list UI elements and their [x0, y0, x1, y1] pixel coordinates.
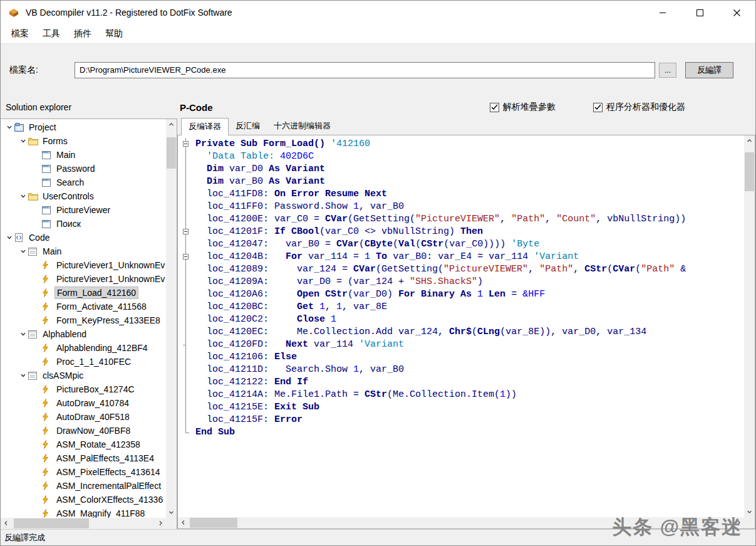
scrollbar-track[interactable] — [744, 146, 755, 507]
pcode-header: P-Code 解析堆疊參數 程序分析器和優化器 — [177, 102, 755, 113]
tree-item-поиск[interactable]: Поиск — [1, 217, 166, 231]
filename-input[interactable] — [75, 62, 655, 78]
code-line: loc_412106: Else — [178, 351, 744, 364]
scrollbar-thumb[interactable] — [190, 518, 237, 528]
checkbox-analyzer-optimizer[interactable]: 程序分析器和優化器 — [593, 102, 685, 113]
fold-minus-box[interactable] — [183, 229, 189, 234]
maximize-button[interactable] — [681, 1, 718, 24]
scroll-up-icon[interactable] — [166, 119, 177, 130]
tree-item-forms[interactable]: Forms — [1, 134, 166, 148]
tree-item-main[interactable]: Main — [1, 148, 166, 162]
scroll-left-icon[interactable] — [1, 518, 11, 528]
scroll-down-icon[interactable] — [166, 507, 177, 518]
expander-collapse-icon[interactable] — [4, 124, 14, 130]
tree-item-asm-pixeleffects-413614[interactable]: ASM_PixelEffects_413614 — [1, 465, 166, 479]
menu-tools[interactable]: 工具 — [36, 26, 67, 42]
code-line: loc_4120FD: Next var_114 'Variant — [178, 339, 744, 351]
code-line: 'Data Table: 402D6C — [178, 150, 744, 163]
code-line: loc_4120BC: Get 1, 1, var_8E — [178, 301, 744, 313]
scroll-right-icon[interactable] — [155, 518, 166, 528]
tree-item-usercontrols[interactable]: UserControls — [1, 189, 166, 203]
tree-item-form-load-412160[interactable]: Form_Load_412160 — [1, 286, 166, 300]
tab-hex-editor[interactable]: 十六进制编辑器 — [267, 118, 338, 135]
fold-collapse-icon[interactable] — [178, 251, 195, 263]
checkbox-parse-stack-params[interactable]: 解析堆疊參數 — [490, 102, 556, 113]
code-text: loc_41201F: If CBool(var_C0 <> vbNullStr… — [195, 226, 483, 238]
expander-collapse-icon[interactable] — [18, 193, 28, 199]
fold-gutter — [178, 376, 195, 389]
tree-item-alphablend[interactable]: Alphablend — [1, 327, 166, 341]
fold-minus-box[interactable] — [183, 141, 189, 147]
expander-collapse-icon[interactable] — [18, 138, 28, 144]
code-area[interactable]: Private Sub Form_Load() '412160 'Data Ta… — [178, 138, 744, 517]
fold-collapse-icon[interactable] — [178, 138, 195, 150]
checkbox-checked-icon — [593, 103, 603, 112]
scrollbar-thumb[interactable] — [14, 518, 89, 528]
scrollbar-thumb[interactable] — [167, 137, 176, 169]
code-line: loc_41201F: If CBool(var_C0 <> vbNullStr… — [178, 226, 744, 238]
menu-file[interactable]: 檔案 — [4, 26, 36, 42]
menu-help[interactable]: 幫助 — [98, 26, 130, 42]
tree-item-autodraw-40f518[interactable]: AutoDraw_40F518 — [1, 410, 166, 424]
scrollbar-track[interactable] — [11, 518, 155, 529]
tree-item-asm-incrementalpaleffect[interactable]: ASM_IncrementalPalEffect — [1, 479, 166, 493]
form-icon — [42, 220, 54, 228]
code-line: loc_41209A: var_D0 = (var_124 + "SHS.Sha… — [178, 276, 744, 288]
tree-vertical-scrollbar[interactable] — [166, 119, 177, 518]
decompile-button[interactable]: 反編譯 — [685, 62, 733, 78]
scrollbar-track[interactable] — [166, 130, 177, 507]
tree-item-pictureviever1-unknownev[interactable]: PictureViever1_UnknownEv — [1, 272, 166, 286]
menu-plugins[interactable]: 插件 — [67, 26, 98, 42]
tree-item-asm-paleffects-4113e4[interactable]: ASM_PalEffects_4113E4 — [1, 451, 166, 465]
fold-collapse-icon[interactable] — [178, 226, 195, 238]
scrollbar-corner — [744, 517, 755, 528]
tree-item-label: Main — [54, 149, 77, 160]
tree-item-code[interactable]: Code — [1, 231, 166, 244]
tree-item-asm-rotate-412358[interactable]: ASM_Rotate_412358 — [1, 438, 166, 451]
tree-item-main[interactable]: Main — [1, 244, 166, 258]
tree-item-clsasmpic[interactable]: clsASMpic — [1, 369, 166, 382]
expander-collapse-icon[interactable] — [18, 248, 28, 255]
expander-collapse-icon[interactable] — [4, 234, 14, 241]
tree-item-label: ASM_Rotate_412358 — [54, 439, 142, 450]
tree-item-proc-1-1-410fec[interactable]: Proc_1_1_410FEC — [1, 355, 166, 369]
editor-vertical-scrollbar[interactable] — [744, 135, 755, 517]
tree-item-search[interactable]: Search — [1, 176, 166, 189]
fold-gutter — [178, 389, 195, 401]
tree-item-autodraw-410784[interactable]: AutoDraw_410784 — [1, 396, 166, 410]
filename-label: 檔案名: — [9, 65, 75, 76]
browse-button[interactable]: ... — [659, 63, 676, 78]
fold-gutter — [178, 313, 195, 326]
expander-collapse-icon[interactable] — [18, 331, 28, 337]
expander-collapse-icon[interactable] — [18, 372, 28, 379]
fold-minus-box[interactable] — [183, 254, 189, 260]
scroll-down-icon[interactable] — [744, 507, 755, 517]
tree-item-alphablending-412bf4[interactable]: Alphablending_412BF4 — [1, 341, 166, 355]
tree-item-pictureviewer[interactable]: PictureViewer — [1, 203, 166, 217]
tree-item-asm-magnify-411f88[interactable]: ASM_Magnify_411F88 — [1, 507, 166, 518]
fold-gutter — [178, 213, 195, 226]
code-text: loc_41204B: For var_114 = 1 To var_B0: v… — [195, 251, 579, 263]
module-icon — [28, 330, 41, 339]
checkbox-label: 解析堆疊參數 — [503, 102, 556, 113]
scroll-left-icon[interactable] — [178, 517, 189, 528]
tree-item-form-activate-411568[interactable]: Form_Activate_411568 — [1, 300, 166, 313]
tree-horizontal-scrollbar[interactable] — [1, 518, 166, 529]
tree-item-project[interactable]: Project — [1, 120, 166, 134]
code-text: loc_4120A6: Open CStr(var_D0) For Binary… — [195, 288, 545, 301]
tree-item-form-keypress-4133ee8[interactable]: Form_KeyPress_4133EE8 — [1, 313, 166, 327]
scrollbar-thumb[interactable] — [745, 152, 754, 191]
scroll-up-icon[interactable] — [744, 135, 755, 146]
tree-item-password[interactable]: Password — [1, 162, 166, 176]
tree-item-pictureviever1-unknownev[interactable]: PictureViever1_UnknownEv — [1, 258, 166, 272]
minimize-button[interactable] — [645, 1, 681, 24]
titlebar: VB Decompiler v11.2 - Registered to DotF… — [1, 1, 755, 24]
code-line: Dim var_B0 As Variant — [178, 176, 744, 188]
tree-item-asm-colorxeffects-41336[interactable]: ASM_ColorXEffects_41336 — [1, 493, 166, 507]
tree-item-picturebox-41274c[interactable]: PictureBox_41274C — [1, 382, 166, 396]
close-button[interactable] — [718, 1, 755, 24]
tab-disassembler[interactable]: 反汇编 — [229, 118, 267, 135]
tree-item-drawnow-40fbf8[interactable]: DrawNow_40FBF8 — [1, 424, 166, 438]
code-editor[interactable]: Private Sub Form_Load() '412160 'Data Ta… — [177, 135, 755, 529]
tab-decompiler[interactable]: 反编译器 — [181, 118, 229, 135]
